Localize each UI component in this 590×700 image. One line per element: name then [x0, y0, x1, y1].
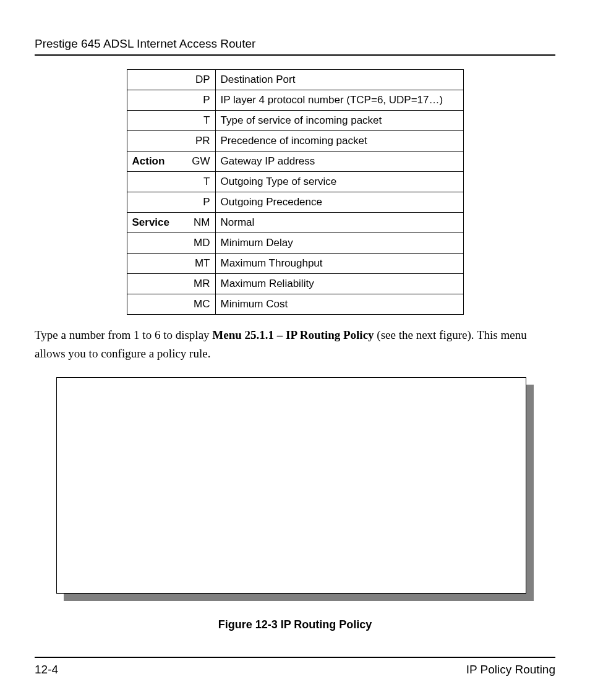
table-row: P IP layer 4 protocol number (TCP=6, UDP… — [127, 90, 463, 111]
row-abbr: MR — [181, 274, 216, 294]
row-category — [127, 172, 181, 192]
page-header: Prestige 645 ADSL Internet Access Router — [35, 37, 555, 56]
row-category — [127, 274, 181, 294]
row-category — [127, 233, 181, 254]
row-desc: Maximum Throughput — [215, 254, 463, 274]
row-abbr: GW — [181, 152, 216, 172]
footer-page-number: 12-4 — [35, 663, 58, 677]
row-category: Action — [127, 152, 181, 172]
row-desc: Normal — [215, 213, 463, 233]
row-desc: Outgoing Precedence — [215, 192, 463, 213]
row-category — [127, 294, 181, 315]
row-desc: Maximum Reliability — [215, 274, 463, 294]
row-category — [127, 254, 181, 274]
row-category — [127, 131, 181, 152]
figure-caption: Figure 12-3 IP Routing Policy — [35, 618, 555, 631]
definitions-table: DP Destination Port P IP layer 4 protoco… — [127, 69, 464, 315]
row-category: Service — [127, 213, 181, 233]
figure-container — [56, 377, 534, 601]
row-desc: Minimum Delay — [215, 233, 463, 254]
para-bold: Menu 25.1.1 – IP Routing Policy — [212, 328, 374, 341]
body-paragraph: Type a number from 1 to 6 to display Men… — [35, 326, 555, 364]
row-abbr: MD — [181, 233, 216, 254]
row-category — [127, 111, 181, 131]
table-row: T Outgoing Type of service — [127, 172, 463, 192]
table-row: DP Destination Port — [127, 70, 463, 90]
para-pre: Type a number from 1 to 6 to display — [35, 328, 212, 341]
row-abbr: DP — [181, 70, 216, 90]
row-abbr: PR — [181, 131, 216, 152]
table-row: T Type of service of incoming packet — [127, 111, 463, 131]
row-abbr: MC — [181, 294, 216, 315]
row-abbr: T — [181, 111, 216, 131]
row-desc: Precedence of incoming packet — [215, 131, 463, 152]
row-desc: Type of service of incoming packet — [215, 111, 463, 131]
row-desc: Destination Port — [215, 70, 463, 90]
row-desc: Minimum Cost — [215, 294, 463, 315]
table-row: MD Minimum Delay — [127, 233, 463, 254]
row-category — [127, 70, 181, 90]
figure-box — [56, 377, 526, 594]
row-category — [127, 90, 181, 111]
row-desc: Outgoing Type of service — [215, 172, 463, 192]
page: Prestige 645 ADSL Internet Access Router… — [0, 0, 590, 700]
row-desc: Gateway IP address — [215, 152, 463, 172]
footer-section: IP Policy Routing — [466, 663, 555, 677]
row-abbr: MT — [181, 254, 216, 274]
table-row: MT Maximum Throughput — [127, 254, 463, 274]
table-row: Action GW Gateway IP address — [127, 152, 463, 172]
row-abbr: NM — [181, 213, 216, 233]
page-footer: 12-4 IP Policy Routing — [35, 657, 555, 677]
table-row: Service NM Normal — [127, 213, 463, 233]
row-abbr: T — [181, 172, 216, 192]
table-row: PR Precedence of incoming packet — [127, 131, 463, 152]
row-abbr: P — [181, 90, 216, 111]
row-abbr: P — [181, 192, 216, 213]
row-desc: IP layer 4 protocol number (TCP=6, UDP=1… — [215, 90, 463, 111]
row-category — [127, 192, 181, 213]
table-row: P Outgoing Precedence — [127, 192, 463, 213]
table-row: MC Minimum Cost — [127, 294, 463, 315]
table-row: MR Maximum Reliability — [127, 274, 463, 294]
